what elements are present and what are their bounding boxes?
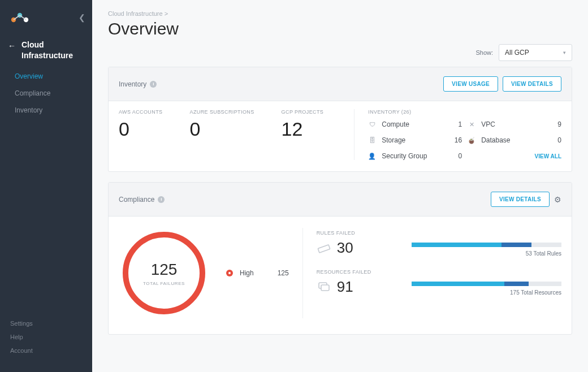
network-icon: ✕	[468, 121, 475, 128]
inventory-item-name[interactable]: Storage	[382, 136, 439, 144]
show-filter-value: All GCP	[505, 49, 529, 57]
failures-donut-chart: 125 TOTAL FAILURES	[119, 228, 209, 318]
stat-value: 0	[119, 118, 162, 140]
back-arrow-icon[interactable]: ←	[8, 41, 16, 50]
legend-value: 125	[278, 269, 289, 277]
breadcrumb[interactable]: Cloud Infrastructure >	[108, 10, 572, 17]
stat-label: AWS ACCOUNTS	[119, 109, 162, 115]
resources-total-caption: 175 Total Resources	[412, 289, 561, 296]
view-usage-button[interactable]: VIEW USAGE	[443, 76, 498, 92]
info-icon[interactable]: i	[150, 81, 157, 88]
inventory-item-value: 1	[445, 120, 462, 128]
storage-icon: 🗄	[368, 137, 376, 144]
inventory-item-value: 9	[544, 120, 561, 128]
show-label: Show:	[475, 49, 493, 56]
sidebar-item-account[interactable]: Account	[10, 344, 92, 357]
inventory-item-name[interactable]: Security Group	[382, 152, 439, 160]
sidebar-item-help[interactable]: Help	[10, 330, 92, 344]
sidebar-section-title: Cloud Infrastructure	[21, 40, 84, 61]
collapse-sidebar-icon[interactable]: ❮	[79, 13, 85, 22]
inventory-card-title: Inventory	[119, 80, 146, 88]
compliance-card-title: Compliance	[119, 196, 154, 204]
azure-subscriptions-stat: AZURE SUBSCRIPTIONS 0	[189, 109, 254, 160]
shield-icon: 🛡	[368, 121, 376, 128]
page-title: Overview	[108, 19, 572, 38]
inventory-card: Inventory i VIEW USAGE VIEW DETAILS AWS …	[108, 67, 572, 172]
gear-icon[interactable]: ⚙	[554, 195, 561, 204]
rules-total-caption: 53 Total Rules	[412, 250, 561, 257]
database-icon: 🧉	[468, 137, 475, 144]
resources-icon	[317, 279, 331, 296]
info-icon[interactable]: i	[158, 196, 165, 203]
chevron-down-icon: ▾	[563, 50, 566, 55]
svg-rect-6	[321, 285, 329, 291]
compliance-card: Compliance i VIEW DETAILS ⚙ 125 TOTAL FA…	[108, 182, 572, 335]
resources-progress-bar	[412, 282, 561, 286]
legend-row: High 125	[226, 269, 289, 277]
inventory-item-name[interactable]: Database	[481, 136, 539, 144]
sidebar: ❮ ← Cloud Infrastructure Overview Compli…	[0, 0, 92, 372]
aws-accounts-stat: AWS ACCOUNTS 0	[119, 109, 162, 160]
app-logo	[10, 11, 29, 24]
stat-label: GCP PROJECTS	[282, 109, 324, 115]
compliance-view-details-button[interactable]: VIEW DETAILS	[491, 192, 550, 207]
ruler-icon	[317, 240, 331, 257]
rules-failed-label: RULES FAILED	[317, 230, 401, 236]
sidebar-item-overview[interactable]: Overview	[15, 68, 92, 85]
stat-value: 12	[282, 118, 324, 140]
sidebar-item-inventory[interactable]: Inventory	[15, 102, 92, 119]
resources-failed-label: RESOURCES FAILED	[317, 269, 401, 275]
main-content: Cloud Infrastructure > Overview Show: Al…	[92, 0, 588, 372]
resources-failed-value: 91	[337, 278, 353, 296]
inventory-item-name[interactable]: VPC	[481, 120, 539, 128]
svg-rect-4	[318, 244, 330, 252]
security-group-icon: 👤	[368, 153, 376, 160]
view-details-button[interactable]: VIEW DETAILS	[503, 76, 561, 92]
inventory-item-value: 16	[445, 136, 462, 144]
divider	[302, 228, 303, 318]
divider	[354, 109, 354, 160]
rules-progress-bar	[412, 243, 561, 247]
inventory-list-header: INVENTORY (26)	[368, 109, 561, 115]
inventory-item-name[interactable]: Compute	[382, 120, 439, 128]
total-failures-value: 125	[151, 261, 178, 279]
show-filter-select[interactable]: All GCP ▾	[499, 44, 572, 61]
view-all-link[interactable]: VIEW ALL	[468, 153, 561, 159]
gcp-projects-stat: GCP PROJECTS 12	[282, 109, 324, 160]
rules-failed-value: 30	[337, 239, 353, 257]
total-failures-label: TOTAL FAILURES	[143, 281, 185, 286]
legend-dot-high	[226, 270, 233, 276]
sidebar-item-compliance[interactable]: Compliance	[15, 85, 92, 102]
inventory-item-value: 0	[445, 152, 462, 160]
stat-label: AZURE SUBSCRIPTIONS	[189, 109, 254, 115]
sidebar-item-settings[interactable]: Settings	[10, 317, 92, 330]
stat-value: 0	[189, 118, 254, 140]
inventory-item-value: 0	[544, 136, 561, 144]
legend-label: High	[240, 269, 254, 277]
